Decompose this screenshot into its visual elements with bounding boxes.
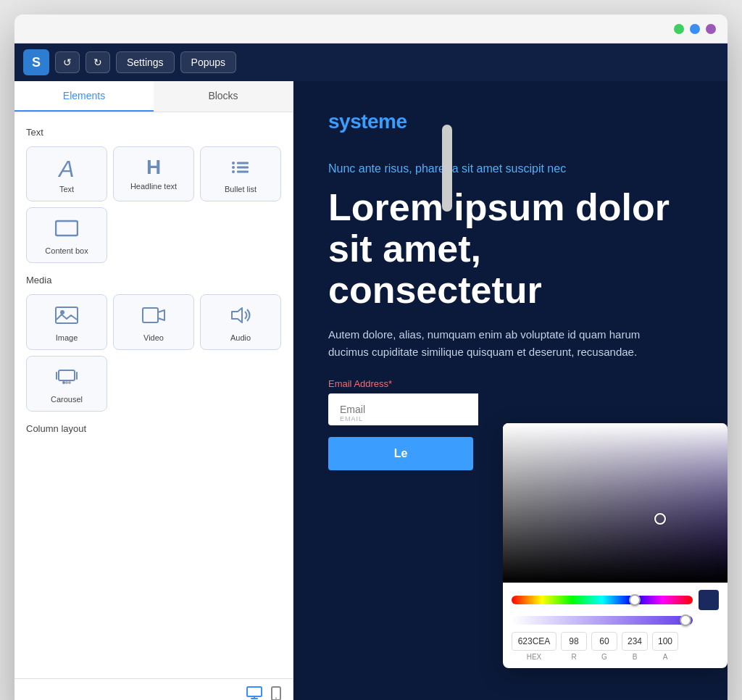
element-image[interactable]: Image bbox=[26, 294, 107, 350]
app-window: S ↺ ↻ Settings Popups Elements Blocks Te… bbox=[14, 14, 728, 700]
svg-rect-3 bbox=[237, 167, 249, 169]
svg-point-2 bbox=[232, 166, 235, 169]
toolbar-logo: S bbox=[23, 49, 49, 75]
b-input[interactable] bbox=[622, 632, 648, 651]
image-label: Image bbox=[56, 333, 78, 342]
panel-content: Text A Text H Headline text bbox=[14, 112, 293, 678]
hue-slider[interactable] bbox=[512, 596, 693, 604]
element-carousel[interactable]: Carousel bbox=[26, 356, 107, 412]
video-label: Video bbox=[143, 333, 164, 342]
g-input-group: G bbox=[591, 632, 617, 661]
canvas-area: systeme Nunc ante risus, pharetra sit am… bbox=[293, 81, 728, 700]
dot-purple[interactable] bbox=[706, 24, 716, 34]
a-input-group: A bbox=[652, 632, 678, 661]
element-text[interactable]: A Text bbox=[26, 146, 107, 201]
svg-point-0 bbox=[232, 162, 235, 164]
carousel-icon bbox=[55, 367, 78, 391]
canvas-body: Autem dolore, alias, numquam enim ab vol… bbox=[328, 326, 676, 361]
audio-label: Audio bbox=[230, 333, 251, 342]
color-inputs: HEX R G B bbox=[512, 632, 719, 661]
svg-rect-1 bbox=[237, 162, 249, 164]
r-input-group: R bbox=[561, 632, 587, 661]
b-input-group: B bbox=[622, 632, 648, 661]
section-title-media: Media bbox=[26, 275, 281, 286]
section-title-text: Text bbox=[26, 127, 281, 138]
desktop-icon[interactable] bbox=[246, 686, 262, 700]
svg-point-4 bbox=[232, 170, 235, 173]
settings-button[interactable]: Settings bbox=[116, 51, 175, 73]
panel-tabs: Elements Blocks bbox=[14, 81, 293, 112]
content-box-icon bbox=[55, 218, 78, 242]
window-controls bbox=[674, 24, 716, 34]
b-label: B bbox=[633, 653, 638, 661]
email-tag: EMAIL bbox=[340, 415, 363, 422]
hex-input[interactable] bbox=[512, 632, 556, 651]
canvas-email-label: Email Address* bbox=[328, 378, 693, 389]
hex-input-group: HEX bbox=[512, 632, 556, 661]
image-icon bbox=[55, 305, 78, 329]
svg-rect-11 bbox=[59, 370, 75, 380]
g-input[interactable] bbox=[591, 632, 617, 651]
svg-rect-7 bbox=[56, 307, 78, 323]
element-bullet[interactable]: Bullet list bbox=[200, 146, 281, 201]
audio-icon bbox=[229, 305, 252, 329]
headline-label: Headline text bbox=[130, 182, 177, 191]
toolbar: S ↺ ↻ Settings Popups bbox=[14, 43, 728, 81]
element-video[interactable]: Video bbox=[113, 294, 194, 350]
canvas-title: Lorem ipsum dolor sit amet, consectetur bbox=[328, 187, 693, 312]
r-input[interactable] bbox=[561, 632, 587, 651]
a-input[interactable] bbox=[652, 632, 678, 651]
opacity-thumb[interactable] bbox=[680, 614, 691, 626]
title-bar bbox=[14, 14, 728, 43]
r-label: R bbox=[571, 653, 576, 661]
media-elements-grid: Image Video bbox=[26, 294, 281, 412]
svg-point-14 bbox=[68, 381, 71, 384]
svg-point-17 bbox=[275, 698, 277, 699]
dot-blue[interactable] bbox=[690, 24, 700, 34]
canvas-logo: systeme bbox=[328, 110, 693, 133]
mobile-icon[interactable] bbox=[271, 686, 281, 700]
color-picker: HEX R G B bbox=[503, 423, 728, 668]
cta-button[interactable]: Le bbox=[328, 437, 473, 470]
text-icon: A bbox=[59, 157, 74, 180]
section-title-column: Column layout bbox=[26, 423, 281, 434]
hue-thumb[interactable] bbox=[629, 594, 641, 606]
element-audio[interactable]: Audio bbox=[200, 294, 281, 350]
tab-elements[interactable]: Elements bbox=[14, 81, 154, 112]
g-label: G bbox=[601, 653, 607, 661]
undo-button[interactable]: ↺ bbox=[55, 51, 80, 73]
bullet-icon bbox=[230, 157, 251, 180]
content-box-label: Content box bbox=[45, 246, 88, 255]
opacity-slider-row bbox=[512, 616, 719, 625]
left-panel: Elements Blocks Text A Text H Headline bbox=[14, 81, 293, 700]
color-swatch bbox=[699, 590, 719, 610]
canvas-subtitle: Nunc ante risus, pharetra sit amet susci… bbox=[328, 162, 693, 175]
hex-label: HEX bbox=[527, 653, 542, 661]
svg-rect-9 bbox=[143, 308, 158, 322]
svg-rect-15 bbox=[247, 687, 262, 696]
headline-icon: H bbox=[146, 157, 161, 178]
svg-point-8 bbox=[60, 310, 64, 314]
color-gradient[interactable] bbox=[503, 423, 728, 583]
svg-rect-6 bbox=[56, 221, 78, 236]
element-content-box[interactable]: Content box bbox=[26, 207, 107, 263]
svg-rect-5 bbox=[237, 171, 249, 173]
redo-button[interactable]: ↻ bbox=[86, 51, 110, 73]
color-controls: HEX R G B bbox=[503, 583, 728, 668]
svg-marker-10 bbox=[232, 308, 242, 322]
dot-green[interactable] bbox=[674, 24, 684, 34]
panel-footer bbox=[14, 678, 293, 700]
a-label: A bbox=[663, 653, 668, 661]
opacity-slider[interactable] bbox=[512, 616, 693, 625]
popups-button[interactable]: Popups bbox=[180, 51, 236, 73]
element-headline[interactable]: H Headline text bbox=[113, 146, 194, 201]
text-label: Text bbox=[59, 185, 74, 193]
tab-blocks[interactable]: Blocks bbox=[154, 81, 293, 112]
scrollbar[interactable] bbox=[442, 125, 452, 212]
svg-point-13 bbox=[65, 381, 68, 384]
text-elements-grid: A Text H Headline text bbox=[26, 146, 281, 263]
color-circle[interactable] bbox=[654, 513, 666, 525]
carousel-label: Carousel bbox=[51, 395, 83, 404]
bullet-label: Bullet list bbox=[225, 185, 257, 193]
video-icon bbox=[142, 305, 165, 329]
